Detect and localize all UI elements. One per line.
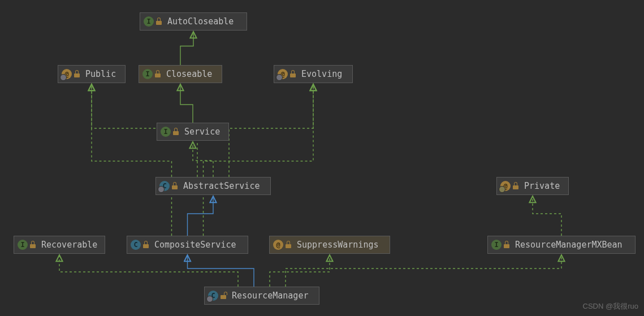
class-node-autocloseable[interactable]: IAutoCloseable [140, 12, 247, 31]
edge-compositesvc-to-evolving [204, 84, 314, 236]
edge-rmmxbean-to-private [533, 196, 561, 236]
edge-resourcemgr-to-suppress [270, 255, 330, 287]
class-node-private[interactable]: @Private [496, 177, 569, 195]
lock-icon [156, 18, 162, 25]
node-label: Public [85, 69, 116, 79]
edge-abstractservice-to-evolving [229, 84, 313, 177]
interface-icon: I [144, 16, 154, 27]
overlay-icon [158, 186, 165, 193]
edge-resourcemgr-to-compositesvc [188, 255, 254, 287]
edge-resourcemgr-to-rmmxbean [286, 255, 561, 287]
lock-icon [143, 241, 149, 248]
node-label: AutoCloseable [167, 16, 234, 27]
overlay-icon [499, 186, 505, 193]
watermark: CSDN @我很ruo [583, 301, 638, 311]
class-node-evolving[interactable]: @Evolving [274, 65, 353, 83]
overlay-icon [60, 74, 67, 81]
edge-resourcemgr-to-recoverable [59, 255, 238, 287]
interface-icon: I [142, 69, 153, 79]
node-label: Service [184, 127, 220, 137]
interface-icon: I [161, 127, 171, 137]
edge-compositesvc-to-public [92, 84, 172, 236]
lock-icon [74, 71, 80, 77]
class-node-closeable[interactable]: ICloseable [139, 65, 222, 83]
node-label: Recoverable [41, 240, 97, 250]
node-label: SuppressWarnings [297, 240, 379, 250]
lock-icon [172, 183, 178, 189]
node-label: Private [524, 181, 560, 191]
diagram-canvas: IAutoCloseable@PublicICloseable@Evolving… [0, 0, 644, 316]
lock-icon [173, 128, 179, 135]
interface-icon: I [491, 240, 502, 250]
edge-abstractservice-to-service [193, 142, 213, 177]
edge-service-to-closeable [180, 84, 193, 123]
lock-icon [221, 292, 226, 299]
overlay-icon [206, 296, 213, 302]
lock-icon [286, 241, 291, 248]
annotation-icon: @ [273, 240, 283, 250]
class-node-compositesvc[interactable]: CCompositeService [127, 236, 248, 254]
overlay-icon [276, 74, 283, 81]
lock-icon [513, 183, 518, 189]
node-label: ResourceManagerMXBean [515, 240, 623, 250]
class-node-abstractservice[interactable]: CAbstractService [155, 177, 271, 195]
lock-icon [30, 241, 36, 248]
class-node-public[interactable]: @Public [58, 65, 126, 83]
node-label: Evolving [301, 69, 342, 79]
node-label: ResourceManager [232, 291, 308, 301]
node-label: CompositeService [154, 240, 236, 250]
class-node-service[interactable]: IService [157, 123, 229, 141]
node-label: Closeable [166, 69, 212, 79]
edge-closeable-to-autocloseable [180, 32, 193, 65]
class-node-recoverable[interactable]: IRecoverable [14, 236, 105, 254]
class-icon: C [131, 240, 141, 250]
class-node-resourcemgr[interactable]: CResourceManager [204, 287, 319, 305]
class-node-suppress[interactable]: @SuppressWarnings [269, 236, 390, 254]
lock-icon [504, 241, 509, 248]
node-label: AbstractService [183, 181, 260, 191]
lock-icon [290, 71, 296, 77]
lock-icon [155, 71, 161, 77]
interface-icon: I [18, 240, 28, 250]
class-node-rmmxbean[interactable]: IResourceManagerMXBean [487, 236, 636, 254]
connector-layer [0, 0, 644, 316]
edge-compositesvc-to-abstractservice [188, 196, 214, 236]
